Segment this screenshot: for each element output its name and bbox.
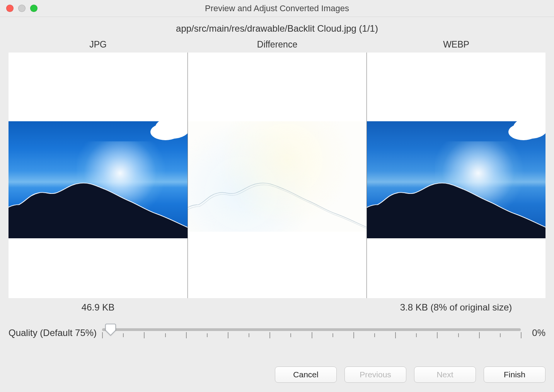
quality-label: Quality (Default 75%): [9, 328, 97, 338]
quality-row: Quality (Default 75%) 0%: [9, 324, 545, 342]
quality-value-label: 0%: [526, 328, 545, 338]
pane-difference-header: Difference: [188, 39, 366, 53]
previous-button[interactable]: Previous: [344, 367, 406, 383]
quality-slider-thumb[interactable]: [105, 323, 116, 336]
pane-difference-image: [188, 53, 366, 298]
difference-preview-image: [188, 121, 366, 232]
pane-webp-image: [366, 53, 545, 298]
jpg-preview-image: [9, 121, 188, 232]
file-path-label: app/src/main/res/drawable/Backlit Cloud.…: [9, 21, 545, 38]
pane-webp-header: WEBP: [366, 39, 545, 53]
difference-size-label: [188, 302, 366, 313]
minimize-window-button: [18, 5, 26, 12]
quality-slider-track: [102, 328, 521, 331]
jpg-size-label: 46.9 KB: [9, 302, 188, 313]
preview-panes: JPG Difference: [9, 39, 545, 298]
size-row: 46.9 KB 3.8 KB (8% of original size): [9, 302, 545, 313]
quality-slider-ticks: [102, 332, 521, 341]
next-button[interactable]: Next: [414, 367, 476, 383]
quality-slider[interactable]: [102, 324, 521, 342]
pane-webp: WEBP: [366, 39, 545, 298]
pane-jpg-image: [9, 53, 188, 298]
zoom-window-button[interactable]: [30, 5, 38, 12]
button-row: Cancel Previous Next Finish: [0, 354, 554, 392]
dialog-window: Preview and Adjust Converted Images app/…: [0, 0, 554, 392]
titlebar: Preview and Adjust Converted Images: [0, 0, 554, 17]
window-title: Preview and Adjust Converted Images: [0, 3, 554, 14]
webp-preview-image: [367, 121, 545, 232]
pane-difference: Difference: [188, 39, 366, 298]
cancel-button[interactable]: Cancel: [275, 367, 337, 383]
content-area: app/src/main/res/drawable/Backlit Cloud.…: [0, 17, 554, 354]
pane-jpg: JPG: [9, 39, 188, 298]
close-window-button[interactable]: [6, 5, 14, 12]
traffic-lights: [6, 5, 38, 12]
finish-button[interactable]: Finish: [484, 367, 545, 383]
pane-jpg-header: JPG: [9, 39, 188, 53]
webp-size-label: 3.8 KB (8% of original size): [366, 302, 545, 313]
